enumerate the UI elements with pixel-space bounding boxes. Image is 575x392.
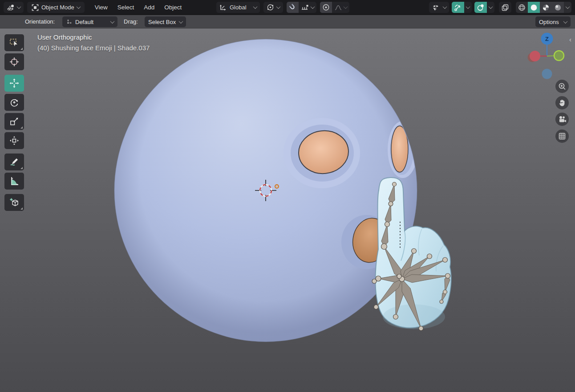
gizmo-axis-x[interactable] bbox=[530, 51, 540, 61]
chevron-down-icon bbox=[563, 19, 568, 24]
tool-rotate[interactable] bbox=[4, 94, 24, 111]
menu-object[interactable]: Object bbox=[160, 2, 186, 12]
scale-icon bbox=[9, 116, 20, 127]
camera-icon bbox=[558, 115, 567, 123]
tool-settings-bar: Orientation: Default Drag: Select Box Op… bbox=[0, 15, 575, 28]
sidebar-toggle-chevron[interactable]: ‹ bbox=[569, 36, 571, 43]
add-cube-icon bbox=[9, 197, 20, 208]
orientation-value: Global bbox=[230, 4, 247, 11]
rotate-icon bbox=[9, 97, 20, 108]
left-eye[interactable] bbox=[283, 118, 360, 188]
gizmo-axis-y[interactable] bbox=[554, 51, 564, 61]
visibility-eye-icon bbox=[432, 4, 441, 11]
chevron-down-icon bbox=[310, 4, 315, 9]
orientation-axes-icon bbox=[219, 4, 227, 11]
falloff-curve-icon bbox=[334, 4, 342, 11]
menu-add[interactable]: Add bbox=[140, 2, 158, 12]
chevron-down-icon bbox=[566, 4, 570, 9]
magnifier-plus-icon bbox=[558, 82, 566, 90]
drag-dropdown[interactable]: Select Box bbox=[145, 16, 186, 27]
gizmos-dropdown[interactable] bbox=[464, 2, 472, 13]
grid-perspective-button[interactable] bbox=[555, 129, 569, 143]
snap-with-dropdown[interactable] bbox=[299, 2, 316, 13]
wireframe-sphere-icon bbox=[518, 4, 526, 12]
gizmo-z-label: Z bbox=[545, 36, 549, 42]
transform-orientation-dropdown[interactable]: Global bbox=[216, 2, 260, 13]
gizmos-group bbox=[452, 2, 472, 13]
object-visibility-dropdown[interactable] bbox=[429, 2, 449, 13]
show-gizmos-toggle[interactable] bbox=[452, 2, 464, 13]
menu-view[interactable]: View bbox=[91, 2, 112, 12]
viewport-header: Object Mode View Select Add Object bbox=[0, 0, 575, 15]
tool-shelf bbox=[4, 34, 24, 215]
menu-select[interactable]: Select bbox=[113, 2, 138, 12]
tool-measure[interactable] bbox=[4, 173, 24, 190]
chevron-down-icon bbox=[343, 4, 348, 9]
shading-rendered-button[interactable] bbox=[552, 2, 564, 13]
chevron-down-icon bbox=[179, 19, 183, 24]
object-origin-dot[interactable] bbox=[275, 185, 279, 188]
editor-type-selector[interactable] bbox=[4, 2, 24, 13]
tool-move[interactable] bbox=[4, 75, 24, 92]
camera-view-button[interactable] bbox=[555, 113, 569, 126]
3d-viewport-editor-icon bbox=[7, 4, 15, 11]
orientation-gizmo-icon bbox=[66, 19, 73, 25]
overlays-group bbox=[474, 2, 494, 13]
viewport-3d[interactable]: User Orthographic (40) Shushing face Emo… bbox=[0, 28, 575, 392]
shading-wireframe-button[interactable] bbox=[516, 2, 528, 13]
shading-material-button[interactable] bbox=[540, 2, 552, 13]
chevron-down-icon bbox=[253, 4, 257, 9]
options-label: Options bbox=[539, 19, 561, 25]
annotate-pen-icon bbox=[9, 157, 20, 167]
xray-icon bbox=[501, 4, 509, 12]
proportional-editing-button[interactable] bbox=[320, 2, 332, 13]
snapping-group bbox=[287, 2, 316, 13]
proportional-falloff-dropdown[interactable] bbox=[332, 2, 349, 13]
pivot-point-dropdown[interactable] bbox=[263, 2, 283, 13]
shading-mode-group bbox=[516, 2, 571, 13]
tool-add-cube[interactable] bbox=[4, 194, 24, 211]
pan-view-button[interactable] bbox=[555, 96, 569, 109]
emoji-head-mesh[interactable] bbox=[114, 39, 417, 342]
snap-increments-icon bbox=[301, 4, 309, 11]
select-box-icon bbox=[9, 37, 20, 48]
shading-dropdown[interactable] bbox=[564, 2, 571, 13]
viewport-menus: View Select Add Object bbox=[91, 2, 186, 12]
view-navigation-gizmo[interactable]: Z bbox=[525, 31, 569, 81]
grid-icon bbox=[558, 132, 566, 140]
move-icon bbox=[9, 78, 20, 89]
drag-value: Select Box bbox=[148, 19, 177, 25]
orientation-dropdown[interactable]: Default bbox=[62, 16, 117, 27]
magnet-icon bbox=[289, 4, 296, 11]
toggle-xray-button[interactable] bbox=[499, 2, 511, 13]
options-dropdown[interactable]: Options bbox=[535, 16, 571, 27]
zoom-view-button[interactable] bbox=[555, 80, 569, 93]
snap-toggle-button[interactable] bbox=[287, 2, 299, 13]
blender-window: Object Mode View Select Add Object bbox=[0, 0, 575, 392]
scene-canvas[interactable] bbox=[0, 28, 575, 392]
orientation-value: Default bbox=[75, 19, 108, 25]
show-overlays-toggle[interactable] bbox=[474, 2, 487, 13]
material-sphere-icon bbox=[542, 4, 550, 12]
chevron-down-icon bbox=[466, 4, 470, 9]
overlays-dropdown[interactable] bbox=[487, 2, 494, 13]
chevron-down-icon bbox=[17, 4, 21, 9]
gizmo-axis-neg-z[interactable] bbox=[542, 69, 552, 79]
pivot-point-icon bbox=[267, 4, 274, 11]
tool-cursor[interactable] bbox=[4, 53, 24, 70]
mode-dropdown[interactable]: Object Mode bbox=[27, 2, 85, 13]
tool-scale[interactable] bbox=[4, 113, 24, 130]
drag-label: Drag: bbox=[124, 15, 138, 28]
object-mode-icon bbox=[32, 4, 39, 11]
tool-annotate[interactable] bbox=[4, 154, 24, 170]
tool-select-box[interactable] bbox=[4, 34, 24, 51]
tool-transform[interactable] bbox=[4, 132, 24, 149]
3d-cursor-tool-icon bbox=[9, 57, 20, 67]
shading-solid-button[interactable] bbox=[528, 2, 540, 13]
chevron-down-icon bbox=[76, 4, 81, 9]
right-eye[interactable] bbox=[388, 121, 418, 178]
mode-label: Object Mode bbox=[41, 4, 74, 11]
measure-icon bbox=[9, 176, 20, 186]
transform-icon bbox=[9, 135, 20, 146]
chevron-down-icon bbox=[110, 19, 115, 24]
